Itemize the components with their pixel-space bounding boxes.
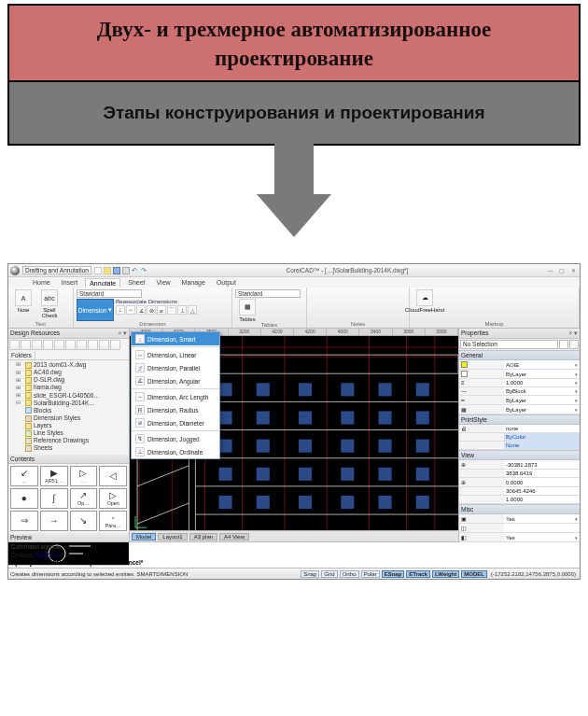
svg-rect-52 <box>299 496 312 509</box>
workspace-select[interactable]: Drafting and Annotation <box>22 266 91 274</box>
dim-tool-7-icon[interactable]: ⊥ <box>177 305 187 315</box>
toggle-snap[interactable]: Snap <box>301 570 319 578</box>
tab-a3plan[interactable]: A3 plan <box>189 533 217 541</box>
diagram-arrow <box>7 144 581 196</box>
dim-tool-8-icon[interactable]: △ <box>188 305 197 315</box>
svg-rect-47 <box>341 468 354 481</box>
dr-tool-icon[interactable] <box>43 340 53 350</box>
dim-tool-4-icon[interactable]: ⊘ <box>147 305 156 315</box>
contents-grid[interactable]: ↙… ▶AR51… ▷… ◁ ● ∫ ↗Op… ▷Open ⇒ → ↘ ◦Par… <box>8 464 129 533</box>
toggle-model[interactable]: MODEL <box>461 570 487 578</box>
toggle-lweight[interactable]: LWeight <box>432 570 459 578</box>
qat-open-icon[interactable] <box>104 267 111 274</box>
toggle-etrack[interactable]: ETrack <box>406 570 430 578</box>
svg-rect-41 <box>341 440 354 453</box>
svg-rect-29 <box>341 383 354 396</box>
qat-save-icon[interactable] <box>113 267 120 274</box>
panel-close-icon[interactable]: × ▾ <box>568 330 578 337</box>
dim-menu-diameter[interactable]: ⌀Dimension, Diameter <box>132 416 219 429</box>
dr-tool-icon[interactable] <box>21 340 31 350</box>
ribbon-tabs: Home Insert Annotate Sheet View Manage O… <box>8 277 580 288</box>
tab-sheet[interactable]: Sheet <box>124 278 148 288</box>
dim-tool-3-icon[interactable]: ∡ <box>136 305 146 315</box>
dr-tool-icon[interactable] <box>65 340 76 350</box>
dim-menu-arclength[interactable]: ⌢Dimension, Arc Length <box>132 390 219 403</box>
dim-tool-1-icon[interactable]: ⟂ <box>116 305 125 315</box>
tab-manage[interactable]: Manage <box>178 278 209 288</box>
qat-new-icon[interactable] <box>94 267 102 274</box>
group-tables-label: Tables <box>235 322 303 328</box>
reassociate-button[interactable]: Reassociate Dimensions <box>116 299 197 304</box>
misc-icon: ◧ <box>461 534 467 541</box>
cloud-freehand-button[interactable]: ☁ CloudFreeHand <box>413 289 437 313</box>
dim-menu-linear[interactable]: ↔Dimension, Linear <box>132 348 219 361</box>
selection-filter[interactable]: No Selection <box>460 340 558 349</box>
dim-menu-angular[interactable]: ∡Dimension, Angular <box>132 374 219 387</box>
toggle-grid[interactable]: Grid <box>321 570 337 578</box>
dimension-dropdown-button[interactable]: Dimension ▾ <box>77 299 114 321</box>
minimize-icon[interactable]: — <box>546 267 555 274</box>
file-tree[interactable]: ⊞2013 dom01-X.dwg ⊞AC40.dwg ⊞D-SLR.dwg ⊞… <box>8 360 129 455</box>
dr-tool-icon[interactable] <box>110 340 120 350</box>
svg-line-24 <box>137 466 189 486</box>
dr-tool-icon[interactable] <box>9 340 20 350</box>
note-button[interactable]: A Note <box>11 289 35 313</box>
tab-annotate[interactable]: Annotate <box>85 278 120 288</box>
cad-window: Drafting and Annotation ↶ ↷ CorelCAD™ - … <box>7 263 581 580</box>
dr-tool-icon[interactable] <box>99 340 109 350</box>
dr-tool-icon[interactable] <box>54 340 64 350</box>
folders-tab[interactable]: Folders <box>8 351 35 359</box>
tab-view[interactable]: View <box>153 278 175 288</box>
tab-model[interactable]: Model <box>132 533 156 541</box>
qat-print-icon[interactable] <box>122 267 130 274</box>
close-icon[interactable]: ✕ <box>568 267 578 274</box>
lineweight-icon: ━ <box>461 397 465 403</box>
dim-menu-jogged[interactable]: ↯Dimension, Jogged <box>132 432 219 445</box>
dim-tool-2-icon[interactable]: ↔ <box>126 305 135 315</box>
dim-menu-smart[interactable]: ⟂Dimension, Smart <box>132 332 219 345</box>
toggle-polar[interactable]: Polar <box>361 570 380 578</box>
dr-tool-icon[interactable] <box>77 340 87 350</box>
misc-icon: ◫ <box>461 525 467 531</box>
dim-style-select[interactable]: Standard <box>77 289 142 298</box>
dim-diameter-icon: ⌀ <box>135 418 145 428</box>
svg-rect-54 <box>378 496 391 509</box>
dim-tool-6-icon[interactable]: ⌒ <box>167 305 176 315</box>
tab-output[interactable]: Output <box>213 278 240 288</box>
qat-redo-icon[interactable]: ↷ <box>141 267 148 274</box>
dim-smart-icon: ⟂ <box>135 334 145 344</box>
svg-rect-35 <box>341 412 354 425</box>
dim-menu-radius[interactable]: RDimension, Radius <box>132 403 219 416</box>
qat-undo-icon[interactable]: ↶ <box>132 267 139 274</box>
spellcheck-button[interactable]: abc Spell Check <box>37 289 62 318</box>
design-resources-title: Design Resources× ▾ <box>8 329 129 339</box>
toggle-esnap[interactable]: ESnap <box>382 570 405 578</box>
dr-tool-icon[interactable] <box>32 340 42 350</box>
tab-insert[interactable]: Insert <box>58 278 82 288</box>
tab-layout1[interactable]: Layout1 <box>158 533 187 541</box>
status-message: Creates dimensions according to selected… <box>10 571 299 577</box>
quickselect-icon[interactable] <box>559 340 568 349</box>
quick-access-toolbar: ↶ ↷ <box>94 267 148 274</box>
svg-rect-49 <box>416 468 429 481</box>
status-bar: Creates dimensions according to selected… <box>8 568 580 579</box>
diagram-subtitle-box: Этапы конструирования и проектирования <box>7 82 581 146</box>
section-general: General <box>459 350 580 360</box>
dim-tool-5-icon[interactable]: ⌀ <box>157 305 166 315</box>
maximize-icon[interactable]: ▢ <box>557 267 567 274</box>
linescale-icon: ≡ <box>461 380 465 386</box>
app-icon[interactable] <box>10 266 20 275</box>
linecolor-swatch <box>461 371 468 377</box>
tab-home[interactable]: Home <box>29 278 54 288</box>
tables-button[interactable]: ▦ Tables <box>235 299 259 322</box>
pickadd-icon[interactable] <box>569 340 579 349</box>
panel-close-icon[interactable]: × ▾ <box>118 330 127 337</box>
toggle-ortho[interactable]: Ortho <box>340 570 359 578</box>
tab-a4view[interactable]: A4 View <box>219 533 249 541</box>
dim-menu-parallel[interactable]: ⫽Dimension, Parallel <box>132 361 219 374</box>
dim-radius-icon: R <box>135 405 145 414</box>
table-style-select[interactable]: Standard <box>235 289 301 298</box>
dim-menu-ordinate[interactable]: ⊥Dimension, Ordinate <box>132 445 219 458</box>
dr-tool-icon[interactable] <box>88 340 98 350</box>
design-resources-toolbar <box>8 339 129 351</box>
